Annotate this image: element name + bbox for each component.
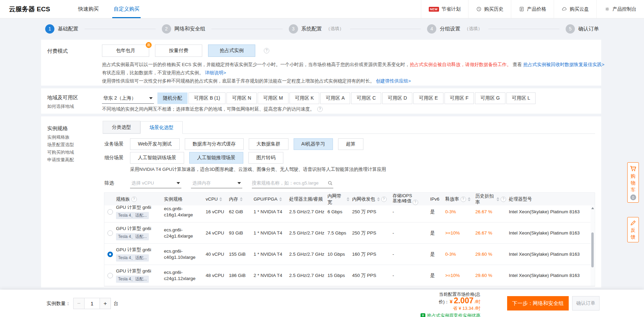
search-icon[interactable] — [327, 180, 333, 186]
nav-tab-quick-buy[interactable]: 快速购买 — [70, 0, 106, 18]
step-confirm-order[interactable]: 5 确认订单 — [566, 24, 599, 34]
payment-help-icon[interactable]: ? — [264, 48, 269, 53]
iops-help-icon[interactable]: ? — [413, 200, 418, 205]
spec-search-input[interactable] — [252, 180, 327, 186]
side-link-apply-high-config[interactable]: 申请按量高配 — [47, 157, 74, 163]
sub-scenario-image-transcode[interactable]: 图片转码 — [248, 152, 283, 164]
savings-text: 省 ¥ 13.34 /时 — [368, 305, 480, 312]
tab-category-select[interactable]: 分类选型 — [103, 121, 140, 134]
zone-d[interactable]: 可用区 D — [382, 92, 412, 104]
sub-scenario-ai-inference[interactable]: 人工智能推理场景 — [189, 152, 243, 164]
region-help-icon[interactable]: ? — [317, 106, 323, 112]
quantity-increase-button[interactable]: + — [100, 298, 111, 309]
how-to-choose-region-link[interactable]: 如何选择地域 — [47, 103, 74, 110]
scenario-web-dev[interactable]: Web开发与测试 — [130, 138, 180, 150]
step-grouping[interactable]: 4 分组设置 （选填） — [427, 24, 482, 34]
payment-option-pay-as-you-go[interactable]: 按量付费 — [155, 45, 202, 57]
sort-icon[interactable] — [240, 197, 243, 201]
nav-item-savings-plan[interactable]: NEW 节省计划 — [421, 0, 468, 18]
nav-item-buy-disk[interactable]: 购买云盘 — [554, 0, 596, 18]
spec-table-row-selected[interactable]: GPU 计算型 gn6i Tesla 4、适配... ecs.gn6i-c40g… — [104, 244, 595, 265]
nav-tab-custom-buy[interactable]: 自定义购买 — [106, 0, 147, 18]
zone-b[interactable]: 可用区 B (1) — [189, 92, 226, 104]
business-scenario-label: 业务场景 — [104, 141, 130, 147]
scenario-hpc[interactable]: 超算 — [338, 138, 363, 150]
zone-l[interactable]: 可用区 L — [506, 92, 536, 104]
sort-icon[interactable] — [279, 197, 282, 201]
quantity-input[interactable] — [85, 298, 100, 309]
cell-iops: - — [392, 252, 430, 257]
zone-f[interactable]: 可用区 F — [445, 92, 474, 104]
scroll-up-arrow[interactable] — [591, 207, 594, 209]
side-link-spec-family[interactable]: 实例规格族 — [47, 134, 69, 140]
scenario-big-data[interactable]: 大数据集群 — [249, 138, 288, 150]
tab-scenario-select[interactable]: 场景化选型 — [140, 121, 183, 134]
payment-option-subscription[interactable]: 包年包月 惠 — [102, 45, 149, 57]
step-network-security[interactable]: 2 网络和安全组 — [162, 24, 205, 34]
scenario-ai-ml[interactable]: AI机器学习 — [294, 138, 333, 150]
cell-vcpu: 40 vCPU — [206, 252, 229, 257]
chevron-down-icon — [177, 182, 180, 184]
feedback-widget[interactable]: 反 馈 — [627, 217, 639, 242]
scenario-database-cache[interactable]: 数据库与分布式缓存 — [185, 138, 244, 150]
col-history-discount: 历史折扣率 ? — [475, 193, 509, 205]
promo-icon: ¥ — [421, 313, 425, 317]
zone-a[interactable]: 可用区 A — [320, 92, 350, 104]
discount-help-icon[interactable]: ? — [501, 196, 506, 202]
spec-table-row[interactable]: GPU 计算型 gn6i Tesla 4、适配... ecs.gn6i-c24g… — [104, 265, 595, 286]
nav-item-product-console[interactable]: 产品控制台 — [596, 0, 644, 18]
vcpu-select[interactable]: 选择 vCPU — [130, 178, 181, 188]
side-link-scenario-config[interactable]: 场景配置选型 — [47, 142, 74, 148]
zone-e[interactable]: 可用区 E — [413, 92, 443, 104]
row-radio[interactable] — [107, 230, 113, 236]
sub-scenario-ai-training[interactable]: 人工智能训练场景 — [130, 152, 184, 164]
zone-m[interactable]: 可用区 M — [258, 92, 288, 104]
cell-family: GPU 计算型 gn6i Tesla 4、适配... — [116, 268, 164, 283]
scrollbar-thumb[interactable] — [591, 232, 594, 267]
col-family: 规格族? — [116, 196, 164, 202]
memory-select[interactable]: 选择内存 — [191, 178, 242, 188]
row-radio-selected[interactable] — [107, 252, 113, 257]
next-step-button[interactable]: 下一步：网络和安全组 — [507, 296, 569, 310]
nav-item-product-price[interactable]: 产品价格 — [511, 0, 554, 18]
pps-help-icon[interactable]: ? — [381, 196, 387, 202]
spec-table-row[interactable]: GPU 计算型 gn6i Tesla 4、适配... ecs.gn6i-c16g… — [104, 205, 595, 223]
step-basic-config[interactable]: 1 基础配置 — [45, 24, 78, 34]
sort-icon[interactable] — [219, 197, 222, 201]
release-rate-help-icon[interactable]: ? — [461, 196, 466, 202]
spec-table-row[interactable]: GPU 计算型 gn6i Tesla 4、适配... ecs.gn6i-c24g… — [104, 223, 595, 244]
payment-option-spot-instance[interactable]: 抢占式实例 — [208, 45, 255, 57]
cell-bandwidth: 10 Gbps — [327, 252, 352, 257]
shopping-cart-widget[interactable]: 购 物 车 0 — [627, 162, 639, 203]
quantity-decrease-button[interactable]: − — [73, 298, 85, 309]
cell-discount: 26.67 % — [475, 209, 509, 214]
sort-icon[interactable] — [377, 197, 380, 201]
wizard-steps: 1 基础配置 2 网络和安全组 3 系统配置 （选填） 4 分组设置 （选填） … — [0, 18, 644, 39]
sort-icon[interactable] — [468, 197, 471, 201]
create-auto-provisioning-link[interactable]: 创建弹性供应组> — [376, 78, 411, 84]
family-help-icon[interactable]: ? — [131, 196, 137, 202]
spot-promo-link[interactable]: ¥ 抢占式实例原竞价实例优惠 — [368, 313, 480, 317]
row-radio[interactable] — [107, 209, 113, 215]
zone-random[interactable]: 随机分配 — [157, 92, 188, 104]
nav-item-purchase-history[interactable]: 购买历史 — [468, 0, 511, 18]
side-link-purchasable-regions[interactable]: 可购买的地域 — [47, 149, 74, 155]
region-select[interactable]: 华东 2（上海） — [102, 93, 154, 104]
family-badge: Tesla 4、适配... — [116, 254, 149, 262]
table-scrollbar[interactable] — [591, 206, 594, 286]
zone-c[interactable]: 可用区 C — [351, 92, 381, 104]
zone-g[interactable]: 可用区 G — [475, 92, 505, 104]
row-radio[interactable] — [107, 273, 113, 278]
step-system-config[interactable]: 3 系统配置 （选填） — [289, 24, 344, 34]
price-unit: /时 — [475, 299, 480, 304]
sort-icon[interactable] — [497, 197, 499, 201]
cell-bandwidth: 7.5 Gbps — [327, 230, 352, 236]
detail-link[interactable]: 详细说明> — [205, 70, 226, 75]
step-number: 3 — [289, 24, 298, 34]
sort-icon[interactable] — [347, 197, 349, 201]
confirm-order-button[interactable]: 确认订单 — [572, 296, 600, 310]
zone-n[interactable]: 可用区 N — [227, 92, 257, 104]
top-nav: 云服务器 ECS 快速购买 自定义购买 NEW 节省计划 购买历史 产品价格 购… — [0, 0, 644, 18]
zone-k[interactable]: 可用区 K — [289, 92, 319, 104]
data-recovery-link[interactable]: 抢占式实例被回收时数据恢复最佳实践> — [523, 62, 604, 67]
